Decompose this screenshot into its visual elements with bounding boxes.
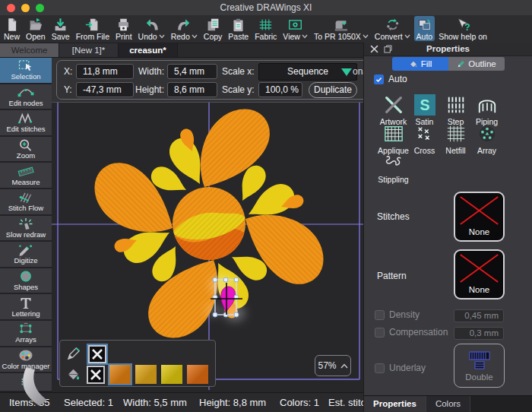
tool-measure[interactable]: Measure bbox=[0, 163, 52, 189]
shapes-circle-icon bbox=[17, 270, 35, 283]
compensation-input[interactable]: 0,3 mm bbox=[454, 327, 504, 340]
tool-selection[interactable]: Selection bbox=[0, 58, 52, 84]
fabric-button[interactable]: Fabric bbox=[252, 16, 279, 41]
width-input[interactable]: 5,4 mm bbox=[167, 64, 217, 79]
density-checkbox[interactable] bbox=[375, 310, 385, 320]
chevron-down-icon bbox=[404, 34, 410, 39]
tab-welcome[interactable]: Welcome bbox=[0, 43, 59, 57]
no-color-box bbox=[88, 345, 106, 363]
bottom-tab-colors[interactable]: Colors bbox=[426, 396, 470, 412]
outline-color-row bbox=[66, 344, 215, 364]
compensation-checkbox[interactable] bbox=[375, 328, 385, 338]
tool-slow-redraw[interactable]: Slow redraw bbox=[0, 216, 52, 242]
object-property-bar: X: 11,8 mm Width: 5,4 mm Scale x: Sequen… bbox=[52, 58, 363, 102]
x-input[interactable]: 11,8 mm bbox=[76, 64, 134, 79]
y-input[interactable]: -47,3 mm bbox=[76, 82, 134, 97]
fill-type-step[interactable]: Step bbox=[440, 94, 471, 126]
color-swatch-1[interactable] bbox=[109, 365, 131, 384]
show-help-button[interactable]: ? Show help on bbox=[436, 16, 489, 41]
undo-button[interactable]: Undo bbox=[136, 16, 167, 41]
auto-checkbox[interactable] bbox=[374, 74, 384, 84]
color-swatch-2[interactable] bbox=[135, 365, 157, 384]
svg-text:S: S bbox=[420, 97, 429, 113]
fill-type-row-3: Stippling bbox=[378, 152, 409, 184]
width-label: Width: bbox=[131, 64, 164, 79]
redo-button[interactable]: Redo bbox=[169, 16, 200, 41]
from-file-button[interactable]: From File bbox=[74, 16, 112, 41]
paste-button[interactable]: Paste bbox=[226, 16, 251, 41]
svg-text:?: ? bbox=[464, 22, 470, 32]
auto-label: Auto bbox=[388, 74, 407, 84]
fill-type-netfill[interactable]: Netfill bbox=[440, 123, 471, 155]
step-icon bbox=[446, 95, 466, 115]
duplicate-button[interactable]: Duplicate bbox=[309, 82, 357, 98]
density-input[interactable]: 0,45 mm bbox=[454, 309, 504, 322]
selection-icon bbox=[17, 59, 35, 72]
color-swatch-4[interactable] bbox=[187, 365, 208, 384]
fill-type-applique[interactable]: Applique bbox=[378, 123, 409, 155]
y-label: Y: bbox=[64, 82, 72, 97]
height-input[interactable]: 8,6 mm bbox=[167, 82, 217, 97]
save-button[interactable]: Save bbox=[49, 16, 72, 41]
print-button[interactable]: Print bbox=[113, 16, 135, 41]
scale-y-input[interactable]: 100,0 % bbox=[258, 82, 302, 97]
color-swatch-3[interactable] bbox=[161, 365, 182, 384]
scale-y-label: Scale y: bbox=[222, 82, 255, 97]
chevron-down-icon bbox=[363, 34, 369, 39]
tab-creasun[interactable]: creasun* bbox=[119, 43, 178, 57]
fill-type-satin[interactable]: S Satin bbox=[409, 94, 440, 126]
panel-bottom-tabs: Properties Colors bbox=[364, 395, 532, 412]
tool-digitize[interactable]: Digitize bbox=[0, 242, 52, 268]
auto-button[interactable]: Auto bbox=[414, 16, 435, 41]
tool-stitch-flow[interactable]: Stitch Flow bbox=[0, 189, 52, 216]
minimize-window-button[interactable] bbox=[21, 4, 30, 12]
view-button[interactable]: View bbox=[280, 16, 310, 41]
status-est-stitches: Est. stitc bbox=[328, 393, 366, 412]
piping-icon bbox=[477, 95, 497, 115]
outline-none-selected[interactable] bbox=[87, 344, 108, 365]
satin-icon: S bbox=[415, 95, 435, 115]
close-window-button[interactable] bbox=[7, 4, 15, 12]
bottom-tab-properties[interactable]: Properties bbox=[364, 396, 426, 412]
tool-zoom[interactable]: Zoom bbox=[0, 137, 52, 163]
close-panel-icon[interactable] bbox=[370, 45, 378, 53]
stitches-none-button[interactable]: None bbox=[454, 192, 505, 242]
underlay-checkbox[interactable] bbox=[375, 363, 385, 373]
stitches-label: Stitches bbox=[377, 211, 410, 222]
tool-shapes[interactable]: Shapes bbox=[0, 268, 52, 295]
float-panel-icon[interactable] bbox=[384, 45, 392, 53]
fill-type-piping[interactable]: Piping bbox=[471, 94, 502, 126]
tab-outline[interactable]: Outline bbox=[448, 57, 505, 71]
fill-type-artwork[interactable]: Artwork bbox=[378, 94, 409, 126]
scale-x-dropdown[interactable]: Sequence bbox=[258, 63, 357, 81]
fill-none-box[interactable] bbox=[87, 366, 105, 384]
paint-bucket-icon bbox=[66, 367, 81, 382]
height-label: Height: bbox=[131, 82, 164, 97]
fill-type-stippling[interactable]: Stippling bbox=[378, 152, 409, 184]
fill-type-row-2: Applique Cross Netfill Array bbox=[378, 123, 502, 155]
tool-arrays[interactable]: Arrays bbox=[0, 321, 52, 347]
copy-button[interactable]: Copy bbox=[201, 16, 225, 41]
pattern-none-button[interactable]: None bbox=[454, 249, 505, 299]
convert-button[interactable]: Convert bbox=[372, 16, 413, 41]
tool-edit-nodes[interactable]: Edit nodes bbox=[0, 84, 52, 111]
tool-lettering[interactable]: Lettering bbox=[0, 294, 52, 321]
tab-fill[interactable]: Fill bbox=[392, 57, 448, 71]
maximize-window-button[interactable] bbox=[36, 4, 44, 12]
pencil-icon bbox=[66, 347, 81, 361]
open-button[interactable]: Open bbox=[24, 16, 48, 41]
fill-type-array[interactable]: Array bbox=[471, 123, 502, 155]
tool-edit-stitches[interactable]: Edit stitches bbox=[0, 110, 52, 137]
fill-type-cross[interactable]: Cross bbox=[409, 123, 440, 155]
zoom-level-button[interactable]: 57% bbox=[315, 355, 351, 376]
new-button[interactable]: New bbox=[2, 16, 22, 41]
open-folder-icon bbox=[27, 17, 43, 32]
palette-icon bbox=[17, 349, 35, 362]
underlay-double-button[interactable]: Double bbox=[454, 344, 505, 388]
compensation-row: Compensation bbox=[375, 327, 448, 338]
to-machine-button[interactable]: To PR 1050X bbox=[312, 16, 371, 41]
flower-design[interactable] bbox=[94, 109, 323, 338]
artwork-icon bbox=[384, 95, 404, 115]
design-canvas[interactable]: 57% bbox=[52, 102, 363, 392]
tab-new1[interactable]: [New 1]* bbox=[59, 43, 119, 57]
